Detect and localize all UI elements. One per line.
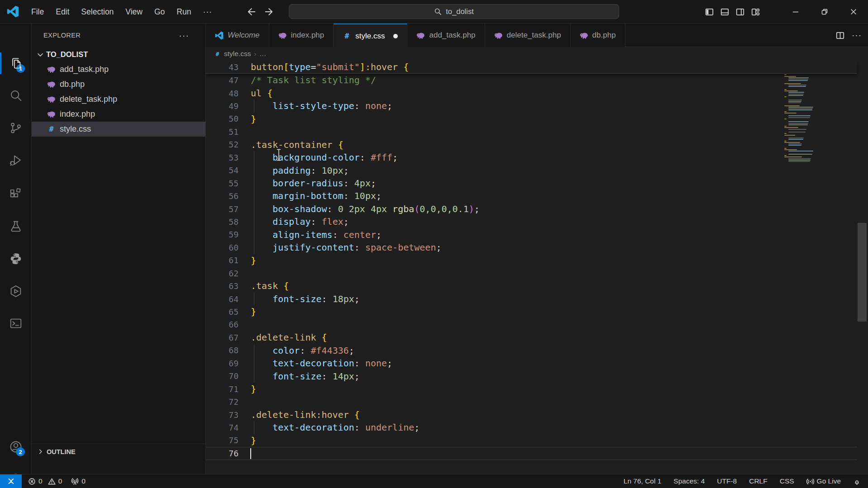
minimize-button[interactable] (781, 0, 810, 24)
activity-source-control[interactable] (5, 117, 27, 139)
file-item-style.css[interactable]: #style.css (32, 122, 205, 137)
file-item-index.php[interactable]: index.php (32, 107, 205, 122)
code-line-51[interactable]: 51 (206, 125, 857, 138)
activity-remote-terminal[interactable] (5, 313, 27, 334)
menu-edit[interactable]: Edit (50, 0, 75, 23)
code-line-48[interactable]: 48ul { (206, 87, 857, 99)
code-line-52[interactable]: 52.task-container { (206, 138, 857, 151)
code-line-58[interactable]: 58 display: flex; (206, 215, 857, 228)
modified-dot-icon[interactable] (393, 34, 398, 38)
workspace-root-folder[interactable]: TO_DOLIST (32, 47, 205, 62)
menu-selection[interactable]: Selection (75, 0, 119, 23)
code-line-54[interactable]: 54 padding: 10px; (206, 164, 857, 177)
code-line-69[interactable]: 69 text-decoration: none; (206, 357, 857, 370)
file-item-delete_task.php[interactable]: delete_task.php (32, 92, 205, 107)
close-button[interactable] (839, 0, 868, 24)
code-line-43[interactable]: 43button[type="submit"]:hover { (206, 61, 857, 74)
explorer-more-actions[interactable]: ··· (179, 30, 189, 41)
line-number: 67 (206, 333, 251, 342)
chevron-right-icon (37, 448, 44, 455)
code-editor[interactable]: 43button[type="submit"]:hover {47/* Task… (206, 61, 868, 474)
error-icon (28, 478, 36, 485)
file-item-db.php[interactable]: db.php (32, 77, 205, 92)
code-line-75[interactable]: 75} (206, 434, 857, 447)
status-cursor-position[interactable]: Ln 76, Col 1 (624, 477, 662, 485)
php-icon (494, 31, 503, 40)
activity-search[interactable] (5, 85, 27, 106)
ports-status[interactable]: 0 (71, 477, 86, 485)
css-file-icon: # (214, 51, 221, 57)
menu-more[interactable]: ··· (197, 0, 218, 23)
layout-sidebar-left-icon[interactable] (705, 8, 714, 16)
problems-status[interactable]: 00 (28, 477, 62, 485)
tab-db-php[interactable]: db.php (571, 24, 625, 47)
activity-testing[interactable] (5, 216, 27, 237)
code-line-49[interactable]: 49 list-style-type: none; (206, 99, 857, 112)
activity-extensions[interactable] (5, 183, 27, 205)
tab-add-task-php[interactable]: add_task.php (407, 24, 485, 47)
navigate-back-icon[interactable] (246, 7, 256, 17)
code-line-61[interactable]: 61} (206, 254, 857, 267)
editor-more-actions[interactable]: ··· (852, 30, 862, 40)
layout-panel-icon[interactable] (720, 8, 729, 16)
breadcrumb-symbol[interactable]: … (259, 50, 267, 58)
code-line-74[interactable]: 74 text-decoration: underline; (206, 421, 857, 434)
maximize-button[interactable] (810, 0, 839, 24)
code-line-67[interactable]: 67.delete-link { (206, 331, 857, 344)
code-line-62[interactable]: 62 (206, 267, 857, 280)
status-eol[interactable]: CRLF (749, 477, 767, 485)
outline-section[interactable]: OUTLINE (32, 444, 205, 459)
minimap[interactable] (784, 61, 816, 170)
breadcrumb-file[interactable]: style.css (224, 50, 251, 58)
code-line-70[interactable]: 70 font-size: 14px; (206, 370, 857, 383)
menu-view[interactable]: View (119, 0, 148, 23)
code-line-53[interactable]: 53 background-color: #fff; (206, 151, 857, 164)
code-line-68[interactable]: 68 color: #f44336; (206, 344, 857, 357)
file-item-add_task.php[interactable]: add_task.php (32, 62, 205, 77)
line-content: .task { (251, 280, 289, 292)
split-editor-icon[interactable] (836, 31, 844, 40)
layout-grid-icon[interactable] (751, 8, 760, 16)
activity-live-preview[interactable] (5, 280, 27, 302)
menu-run[interactable]: Run (171, 0, 197, 23)
code-line-60[interactable]: 60 justify-content: space-between; (206, 241, 857, 254)
remote-indicator[interactable] (0, 474, 22, 488)
tab-style-css[interactable]: #style.css (334, 24, 407, 47)
menu-file[interactable]: File (25, 0, 50, 23)
code-line-66[interactable]: 66 (206, 318, 857, 331)
code-line-76[interactable]: 76 (206, 447, 857, 460)
code-line-64[interactable]: 64 font-size: 18px; (206, 293, 857, 305)
navigate-forward-icon[interactable] (264, 7, 274, 17)
status-indentation[interactable]: Spaces: 4 (673, 477, 705, 485)
code-line-57[interactable]: 57 box-shadow: 0 2px 4px rgba(0,0,0,0.1)… (206, 203, 857, 215)
tab-delete-task-php[interactable]: delete_task.php (485, 24, 571, 47)
code-line-50[interactable]: 50} (206, 113, 857, 125)
status-notifications[interactable] (853, 478, 861, 485)
breadcrumb[interactable]: # style.css › … (206, 47, 868, 61)
code-line-47[interactable]: 47/* Task list styling */ (206, 74, 857, 86)
status-language-mode[interactable]: CSS (780, 477, 794, 485)
layout-sidebar-right-icon[interactable] (736, 8, 744, 16)
line-content: justify-content: space-between; (251, 241, 441, 254)
activity-run-and-debug[interactable] (5, 149, 27, 171)
status-go-live[interactable]: Go Live (806, 477, 841, 485)
code-line-55[interactable]: 55 border-radius: 4px; (206, 177, 857, 190)
command-center-search[interactable]: to_dolist (289, 4, 619, 19)
line-number: 51 (206, 127, 251, 137)
vertical-scrollbar[interactable] (858, 223, 867, 322)
tab-welcome[interactable]: Welcome (206, 24, 269, 47)
code-line-71[interactable]: 71} (206, 383, 857, 395)
status-encoding[interactable]: UTF-8 (717, 477, 737, 485)
activity-python[interactable] (5, 248, 27, 270)
python-icon (9, 252, 23, 265)
activity-explorer[interactable] (5, 52, 27, 74)
code-line-63[interactable]: 63.task { (206, 280, 857, 292)
tab-index-php[interactable]: index.php (269, 24, 334, 47)
menu-go[interactable]: Go (148, 0, 171, 23)
code-line-65[interactable]: 65} (206, 305, 857, 318)
line-content: text-decoration: underline; (251, 421, 420, 434)
code-line-73[interactable]: 73.delete-link:hover { (206, 408, 857, 421)
code-line-59[interactable]: 59 align-items: center; (206, 228, 857, 241)
code-line-56[interactable]: 56 margin-bottom: 10px; (206, 190, 857, 202)
code-line-72[interactable]: 72 (206, 395, 857, 408)
